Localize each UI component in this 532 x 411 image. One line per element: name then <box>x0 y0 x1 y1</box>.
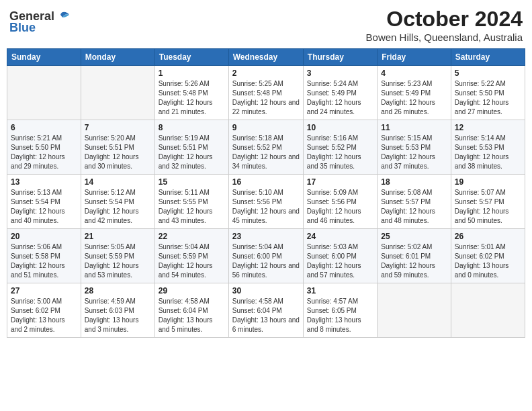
day-number: 20 <box>11 232 77 241</box>
day-number: 24 <box>307 232 373 241</box>
day-cell: 10Sunrise: 5:16 AM Sunset: 5:52 PM Dayli… <box>303 120 377 175</box>
month-title: October 2024 <box>366 7 523 32</box>
day-cell: 5Sunrise: 5:22 AM Sunset: 5:50 PM Daylig… <box>451 66 525 120</box>
day-number: 10 <box>307 123 373 132</box>
day-number: 27 <box>11 286 77 295</box>
logo: General Blue <box>9 7 71 35</box>
day-cell: 26Sunrise: 5:01 AM Sunset: 6:02 PM Dayli… <box>451 229 525 283</box>
day-info: Sunrise: 5:20 AM Sunset: 5:51 PM Dayligh… <box>85 134 151 171</box>
header-saturday: Saturday <box>451 49 525 66</box>
day-cell: 11Sunrise: 5:15 AM Sunset: 5:53 PM Dayli… <box>378 120 451 175</box>
day-cell: 28Sunrise: 4:59 AM Sunset: 6:03 PM Dayli… <box>81 283 154 338</box>
day-cell: 21Sunrise: 5:05 AM Sunset: 5:59 PM Dayli… <box>81 229 154 283</box>
day-cell <box>81 66 154 120</box>
day-cell: 2Sunrise: 5:25 AM Sunset: 5:48 PM Daylig… <box>228 66 303 120</box>
week-row-2: 6Sunrise: 5:21 AM Sunset: 5:50 PM Daylig… <box>7 120 525 175</box>
header-thursday: Thursday <box>303 49 377 66</box>
day-cell: 3Sunrise: 5:24 AM Sunset: 5:49 PM Daylig… <box>303 66 377 120</box>
day-cell: 22Sunrise: 5:04 AM Sunset: 5:59 PM Dayli… <box>154 229 228 283</box>
day-info: Sunrise: 4:58 AM Sunset: 6:04 PM Dayligh… <box>232 297 300 334</box>
day-number: 22 <box>159 232 225 241</box>
header-friday: Friday <box>378 49 451 66</box>
day-number: 8 <box>159 123 225 132</box>
day-info: Sunrise: 5:02 AM Sunset: 6:01 PM Dayligh… <box>381 242 447 280</box>
day-info: Sunrise: 5:24 AM Sunset: 5:49 PM Dayligh… <box>307 79 373 117</box>
day-info: Sunrise: 5:11 AM Sunset: 5:55 PM Dayligh… <box>159 188 225 226</box>
day-cell: 20Sunrise: 5:06 AM Sunset: 5:58 PM Dayli… <box>7 229 81 283</box>
day-number: 7 <box>85 123 151 132</box>
day-number: 26 <box>455 232 521 241</box>
day-info: Sunrise: 5:00 AM Sunset: 6:02 PM Dayligh… <box>11 297 77 334</box>
day-cell: 7Sunrise: 5:20 AM Sunset: 5:51 PM Daylig… <box>81 120 154 175</box>
day-cell: 16Sunrise: 5:10 AM Sunset: 5:56 PM Dayli… <box>228 175 303 229</box>
day-number: 5 <box>455 68 521 78</box>
day-info: Sunrise: 5:03 AM Sunset: 6:00 PM Dayligh… <box>307 242 373 280</box>
day-cell: 1Sunrise: 5:26 AM Sunset: 5:48 PM Daylig… <box>154 66 228 120</box>
day-number: 4 <box>381 68 447 78</box>
day-info: Sunrise: 5:16 AM Sunset: 5:52 PM Dayligh… <box>307 134 373 171</box>
day-info: Sunrise: 5:18 AM Sunset: 5:52 PM Dayligh… <box>232 134 300 171</box>
day-info: Sunrise: 5:22 AM Sunset: 5:50 PM Dayligh… <box>455 79 521 117</box>
day-cell: 14Sunrise: 5:12 AM Sunset: 5:54 PM Dayli… <box>81 175 154 229</box>
logo-bird-icon <box>56 11 71 23</box>
day-cell: 15Sunrise: 5:11 AM Sunset: 5:55 PM Dayli… <box>154 175 228 229</box>
day-cell: 29Sunrise: 4:58 AM Sunset: 6:04 PM Dayli… <box>154 283 228 338</box>
week-row-5: 27Sunrise: 5:00 AM Sunset: 6:02 PM Dayli… <box>7 283 525 338</box>
day-info: Sunrise: 5:25 AM Sunset: 5:48 PM Dayligh… <box>232 79 300 117</box>
day-number: 18 <box>381 177 447 187</box>
day-number: 6 <box>11 123 77 132</box>
day-info: Sunrise: 5:21 AM Sunset: 5:50 PM Dayligh… <box>11 134 77 171</box>
day-info: Sunrise: 5:09 AM Sunset: 5:56 PM Dayligh… <box>307 188 373 226</box>
logo-blue-text: Blue <box>9 21 36 35</box>
day-info: Sunrise: 5:23 AM Sunset: 5:49 PM Dayligh… <box>381 79 447 117</box>
day-number: 15 <box>159 177 225 187</box>
day-number: 3 <box>307 68 373 78</box>
day-cell <box>378 283 451 338</box>
day-number: 31 <box>307 286 373 295</box>
day-number: 28 <box>85 286 151 295</box>
week-row-1: 1Sunrise: 5:26 AM Sunset: 5:48 PM Daylig… <box>7 66 525 120</box>
day-number: 25 <box>381 232 447 241</box>
day-cell: 12Sunrise: 5:14 AM Sunset: 5:53 PM Dayli… <box>451 120 525 175</box>
day-cell: 17Sunrise: 5:09 AM Sunset: 5:56 PM Dayli… <box>303 175 377 229</box>
day-number: 16 <box>232 177 300 187</box>
day-info: Sunrise: 5:07 AM Sunset: 5:57 PM Dayligh… <box>455 188 521 226</box>
day-cell: 31Sunrise: 4:57 AM Sunset: 6:05 PM Dayli… <box>303 283 377 338</box>
day-cell: 24Sunrise: 5:03 AM Sunset: 6:00 PM Dayli… <box>303 229 377 283</box>
day-cell: 18Sunrise: 5:08 AM Sunset: 5:57 PM Dayli… <box>378 175 451 229</box>
day-number: 19 <box>455 177 521 187</box>
header-wednesday: Wednesday <box>228 49 303 66</box>
day-number: 2 <box>232 68 300 78</box>
day-info: Sunrise: 5:04 AM Sunset: 5:59 PM Dayligh… <box>159 242 225 280</box>
day-cell: 9Sunrise: 5:18 AM Sunset: 5:52 PM Daylig… <box>228 120 303 175</box>
day-cell: 30Sunrise: 4:58 AM Sunset: 6:04 PM Dayli… <box>228 283 303 338</box>
day-number: 17 <box>307 177 373 187</box>
week-row-4: 20Sunrise: 5:06 AM Sunset: 5:58 PM Dayli… <box>7 229 525 283</box>
day-info: Sunrise: 4:58 AM Sunset: 6:04 PM Dayligh… <box>159 297 225 334</box>
day-info: Sunrise: 5:19 AM Sunset: 5:51 PM Dayligh… <box>159 134 225 171</box>
day-cell: 4Sunrise: 5:23 AM Sunset: 5:49 PM Daylig… <box>378 66 451 120</box>
day-number: 11 <box>381 123 447 132</box>
day-cell: 6Sunrise: 5:21 AM Sunset: 5:50 PM Daylig… <box>7 120 81 175</box>
week-row-3: 13Sunrise: 5:13 AM Sunset: 5:54 PM Dayli… <box>7 175 525 229</box>
day-info: Sunrise: 5:08 AM Sunset: 5:57 PM Dayligh… <box>381 188 447 226</box>
day-cell: 27Sunrise: 5:00 AM Sunset: 6:02 PM Dayli… <box>7 283 81 338</box>
header-monday: Monday <box>81 49 154 66</box>
day-info: Sunrise: 5:26 AM Sunset: 5:48 PM Dayligh… <box>159 79 225 117</box>
day-number: 30 <box>232 286 300 295</box>
day-number: 12 <box>455 123 521 132</box>
calendar-table: Sunday Monday Tuesday Wednesday Thursday… <box>7 48 525 338</box>
day-info: Sunrise: 5:06 AM Sunset: 5:58 PM Dayligh… <box>11 242 77 280</box>
day-info: Sunrise: 5:13 AM Sunset: 5:54 PM Dayligh… <box>11 188 77 226</box>
days-header-row: Sunday Monday Tuesday Wednesday Thursday… <box>7 49 525 66</box>
header-tuesday: Tuesday <box>154 49 228 66</box>
day-number: 9 <box>232 123 300 132</box>
day-number: 1 <box>159 68 225 78</box>
day-cell: 19Sunrise: 5:07 AM Sunset: 5:57 PM Dayli… <box>451 175 525 229</box>
day-number: 13 <box>11 177 77 187</box>
day-info: Sunrise: 5:14 AM Sunset: 5:53 PM Dayligh… <box>455 134 521 171</box>
day-info: Sunrise: 4:59 AM Sunset: 6:03 PM Dayligh… <box>85 297 151 334</box>
day-info: Sunrise: 5:05 AM Sunset: 5:59 PM Dayligh… <box>85 242 151 280</box>
day-cell: 13Sunrise: 5:13 AM Sunset: 5:54 PM Dayli… <box>7 175 81 229</box>
page-header: General Blue October 2024 Bowen Hills, Q… <box>7 7 525 43</box>
